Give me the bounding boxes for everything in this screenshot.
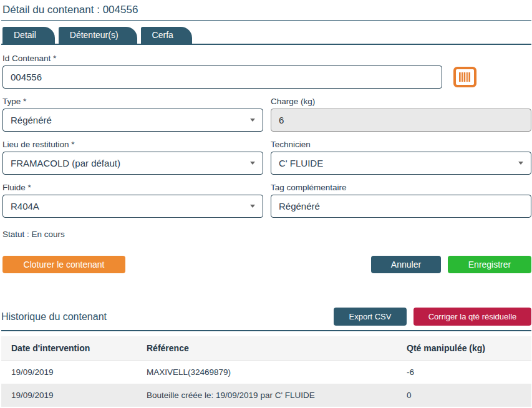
cell-qty: 0	[397, 384, 531, 407]
id-contenant-input[interactable]	[2, 66, 442, 89]
export-csv-button[interactable]: Export CSV	[334, 308, 407, 326]
cell-date: 19/09/2019	[1, 384, 137, 407]
lieu-restitution-label: Lieu de restitution *	[2, 140, 263, 149]
tab-cerfa[interactable]: Cerfa	[141, 27, 192, 44]
tag-complementaire-label: Tag complémentaire	[271, 183, 531, 192]
technicien-label: Technicien	[271, 140, 531, 149]
field-lieu-restitution: Lieu de restitution * FRAMACOLD (par déf…	[2, 140, 263, 175]
container-detail-page: Détail du contenant : 004556 Detail Déte…	[0, 0, 532, 407]
id-contenant-label: Id Contenant *	[2, 54, 531, 63]
type-label: Type *	[2, 97, 263, 106]
field-tag-complementaire: Tag complémentaire	[271, 183, 531, 218]
fluide-select-value: R404A	[11, 201, 39, 211]
table-row: 19/09/2019 Bouteille créée le: 19/09/201…	[1, 384, 531, 407]
cell-qty: -6	[397, 361, 531, 384]
type-select[interactable]: Régénéré	[2, 109, 263, 132]
charge-label: Charge (kg)	[271, 97, 531, 106]
history-divider	[1, 330, 531, 331]
enregistrer-button[interactable]: Enregistrer	[448, 256, 531, 273]
status-text: Statut : En cours	[2, 230, 531, 239]
fluide-select[interactable]: R404A	[2, 195, 263, 218]
field-fluide: Fluide * R404A	[2, 183, 263, 218]
tag-complementaire-input[interactable]	[271, 195, 531, 218]
form-actions: Cloturer le contenant Annuler Enregistre…	[2, 256, 531, 273]
history-header: Historique du contenant Export CSV Corri…	[1, 308, 531, 326]
title-divider	[1, 20, 531, 21]
form-grid: Type * Régénéré Charge (kg) Lieu de rest…	[2, 97, 531, 218]
caret-down-icon	[250, 162, 255, 165]
field-id-contenant: Id Contenant *	[2, 54, 531, 89]
fluide-label: Fluide *	[2, 183, 263, 192]
history-table: Date d'intervention Référence Qté manipu…	[1, 336, 531, 407]
caret-down-icon	[518, 162, 523, 165]
field-technicien: Technicien C' FLUIDE	[271, 140, 531, 175]
col-header-date: Date d'intervention	[1, 336, 137, 361]
container-form: Id Contenant * Type *	[1, 45, 531, 273]
history-title: Historique du contenant	[1, 311, 107, 323]
col-header-qty: Qté manipulée (kg)	[397, 336, 531, 361]
lieu-restitution-select[interactable]: FRAMACOLD (par défaut)	[2, 152, 263, 175]
technicien-select-value: C' FLUIDE	[279, 158, 323, 168]
barcode-scan-button[interactable]	[453, 67, 476, 87]
cell-reference: Bouteille créée le: 19/09/2019 par C' FL…	[137, 384, 397, 407]
field-charge: Charge (kg)	[271, 97, 531, 132]
page-title: Détail du contenant : 004556	[1, 2, 531, 17]
table-row: 19/09/2019 MAXIVELL(32469879) -6	[1, 361, 531, 384]
barcode-icon	[453, 67, 476, 87]
annuler-button[interactable]: Annuler	[371, 256, 441, 273]
lieu-restitution-select-value: FRAMACOLD (par défaut)	[11, 158, 120, 168]
cell-reference: MAXIVELL(32469879)	[137, 361, 397, 384]
caret-down-icon	[250, 205, 255, 208]
col-header-reference: Référence	[137, 336, 397, 361]
caret-down-icon	[250, 119, 255, 122]
history-table-header-row: Date d'intervention Référence Qté manipu…	[1, 336, 531, 361]
cloturer-contenant-button[interactable]: Cloturer le contenant	[2, 256, 125, 273]
tab-bar: Detail Détenteur(s) Cerfa	[1, 27, 531, 45]
tab-detail[interactable]: Detail	[2, 27, 55, 44]
tab-detenteurs[interactable]: Détenteur(s)	[59, 27, 137, 44]
field-type: Type * Régénéré	[2, 97, 263, 132]
technicien-select[interactable]: C' FLUIDE	[271, 152, 531, 175]
corriger-qte-residuelle-button[interactable]: Corriger la qté résiduelle	[414, 308, 531, 326]
cell-date: 19/09/2019	[1, 361, 137, 384]
type-select-value: Régénéré	[11, 115, 52, 125]
charge-input	[271, 109, 531, 132]
